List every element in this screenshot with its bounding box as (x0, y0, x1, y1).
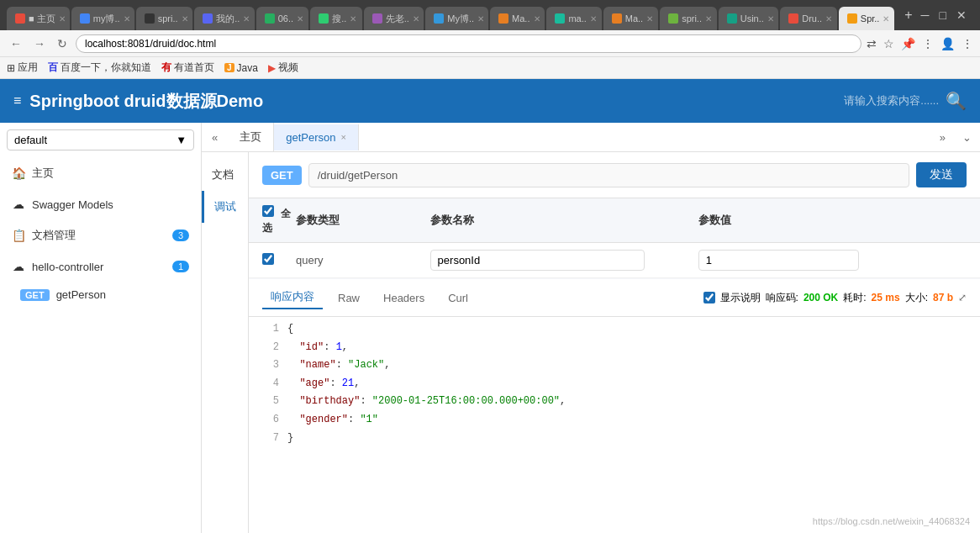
tab-close[interactable]: ✕ (646, 14, 653, 24)
browser-tab-tv[interactable]: ■ 主页 ✕ (7, 7, 70, 30)
header-menu-icon[interactable]: ≡ (13, 93, 21, 108)
resp-tab-content[interactable]: 响应内容 (262, 286, 323, 309)
tab-home[interactable]: 主页 (228, 123, 274, 151)
browser-tab-spr-active[interactable]: Spr.. ✕ (839, 7, 894, 30)
tab-close[interactable]: ✕ (590, 14, 597, 24)
address-input[interactable] (76, 34, 861, 53)
minimize-icon[interactable]: ─ (921, 8, 930, 22)
docs-tab-debug[interactable]: 调试 (202, 191, 248, 223)
header-title: Springboot druid数据源Demo (29, 90, 844, 113)
tab-close-icon[interactable]: × (341, 132, 346, 142)
back-button[interactable]: ← (7, 35, 25, 52)
sidebar: default ▼ 🏠 主页 ☁ Swagger Models 📋 文档管理 3… (0, 123, 202, 533)
bookmark-youdao[interactable]: 有 有道首页 (161, 61, 214, 75)
tab-close[interactable]: ✕ (243, 14, 250, 24)
code-comma: , (342, 341, 348, 353)
tab-close[interactable]: ✕ (413, 14, 419, 24)
tab-close[interactable]: ✕ (59, 14, 66, 24)
browser-tab-ma2[interactable]: ma.. ✕ (546, 7, 601, 30)
code-val-id: 1 (336, 341, 342, 353)
close-icon[interactable]: ✕ (956, 8, 967, 22)
code-val-age: 21 (342, 377, 354, 389)
tab-nav-prev[interactable]: « (202, 124, 228, 150)
expand-icon[interactable]: ⤢ (958, 292, 967, 303)
browser-tab-06[interactable]: 06.. ✕ (256, 7, 309, 30)
param-checkbox[interactable] (262, 253, 274, 265)
bookmark-baidu[interactable]: 百 百度一下，你就知道 (48, 61, 151, 75)
maximize-icon[interactable]: □ (940, 8, 946, 22)
tab-close[interactable]: ✕ (825, 14, 832, 24)
refresh-button[interactable]: ↻ (54, 35, 71, 52)
forward-button[interactable]: → (30, 35, 49, 52)
app-header: ≡ Springboot druid数据源Demo 请输入搜索内容...... … (0, 79, 980, 123)
browser-tab-github[interactable]: spri.. ✕ (136, 7, 193, 30)
browser-tab-doc[interactable]: 我的.. ✕ (194, 7, 255, 30)
show-desc-checkbox[interactable] (703, 292, 715, 303)
resp-tab-headers[interactable]: Headers (375, 288, 433, 308)
tab-icon (319, 13, 329, 24)
resp-tab-curl[interactable]: Curl (440, 288, 477, 308)
menu-dots-icon[interactable]: ⋮ (922, 37, 934, 50)
code-val-gender: "1" (360, 414, 378, 425)
header-search-placeholder: 请输入搜索内容...... (844, 93, 939, 108)
sidebar-item-docs[interactable]: 📋 文档管理 3 (0, 219, 201, 251)
browser-tab-search[interactable]: 搜.. ✕ (310, 7, 361, 30)
api-url-input[interactable] (308, 163, 909, 187)
browser-tab-cloud[interactable]: My博.. ✕ (425, 7, 488, 30)
param-value-input[interactable] (698, 250, 860, 271)
sidebar-dropdown[interactable]: default ▼ (7, 129, 194, 150)
tab-icon (145, 13, 155, 24)
tab-close[interactable]: ✕ (534, 14, 540, 24)
bookmark-label: 有道首页 (174, 61, 214, 75)
resp-tab-raw[interactable]: Raw (329, 288, 368, 308)
browser-tab-lao[interactable]: 先老.. ✕ (364, 7, 424, 30)
browser-tab-u[interactable]: Usin.. ✕ (719, 7, 779, 30)
apps-grid-icon: ⊞ (7, 62, 15, 74)
browser-tab-d[interactable]: Dru.. ✕ (780, 7, 837, 30)
params-table-header: 全选 参数类型 参数名称 参数值 (249, 198, 980, 243)
tab-close[interactable]: ✕ (182, 14, 188, 24)
tab-icon (434, 13, 444, 24)
sidebar-endpoint-getperson[interactable]: GET getPerson (0, 282, 201, 308)
bookmark-video[interactable]: ▶ 视频 (268, 61, 298, 75)
more-icon[interactable]: ⋮ (962, 37, 973, 50)
docs-tab-docs[interactable]: 文档 (202, 159, 248, 191)
tab-close[interactable]: ✕ (477, 14, 484, 24)
response-tabs: 响应内容 Raw Headers Curl 显示说明 响应码: 200 OK 耗… (249, 279, 980, 317)
translate-icon[interactable]: ⇄ (867, 37, 877, 50)
bookmark-label: 百度一下，你就知道 (61, 61, 151, 75)
browser-tab-spring[interactable]: spri.. ✕ (660, 7, 717, 30)
browser-tab-ma1[interactable]: Ma.. ✕ (490, 7, 545, 30)
tab-label: 搜.. (332, 13, 346, 25)
sidebar-item-swagger[interactable]: ☁ Swagger Models (0, 189, 201, 219)
tab-close[interactable]: ✕ (883, 14, 889, 24)
tab-getperson[interactable]: getPerson × (274, 124, 359, 150)
tab-close[interactable]: ✕ (124, 14, 130, 24)
sidebar-item-home[interactable]: 🏠 主页 (0, 157, 201, 189)
tab-nav-next-icon[interactable]: » (931, 124, 954, 150)
param-name-input[interactable] (430, 250, 645, 271)
browser-tab-my[interactable]: my博.. ✕ (71, 7, 134, 30)
bookmark-label: 视频 (278, 61, 298, 75)
code-brace-open: { (287, 323, 293, 335)
tab-label: Usin.. (740, 13, 764, 24)
tab-close[interactable]: ✕ (767, 14, 774, 24)
pin-icon[interactable]: 📌 (901, 37, 915, 50)
sidebar-item-hello[interactable]: ☁ hello-controller 1 (0, 251, 201, 282)
tab-close[interactable]: ✕ (297, 14, 303, 24)
profile-icon[interactable]: 👤 (940, 37, 955, 50)
browser-tab-ma3[interactable]: Ma.. ✕ (603, 7, 658, 30)
tab-close[interactable]: ✕ (350, 14, 356, 24)
size-value: 87 b (933, 292, 953, 303)
docs-debug-split: 文档 调试 GET 发送 (202, 152, 980, 533)
new-tab-button[interactable]: + (899, 4, 917, 26)
params-select-all-checkbox[interactable] (262, 205, 274, 217)
line-num: 3 (262, 356, 279, 375)
bookmark-java[interactable]: J Java (224, 62, 258, 74)
tab-close[interactable]: ✕ (705, 14, 712, 24)
search-icon[interactable]: 🔍 (946, 91, 967, 111)
star-icon[interactable]: ☆ (883, 37, 894, 50)
send-button[interactable]: 发送 (916, 162, 967, 187)
tab-expand-icon[interactable]: ⌄ (954, 124, 980, 150)
bookmark-apps[interactable]: ⊞ 应用 (7, 61, 38, 75)
